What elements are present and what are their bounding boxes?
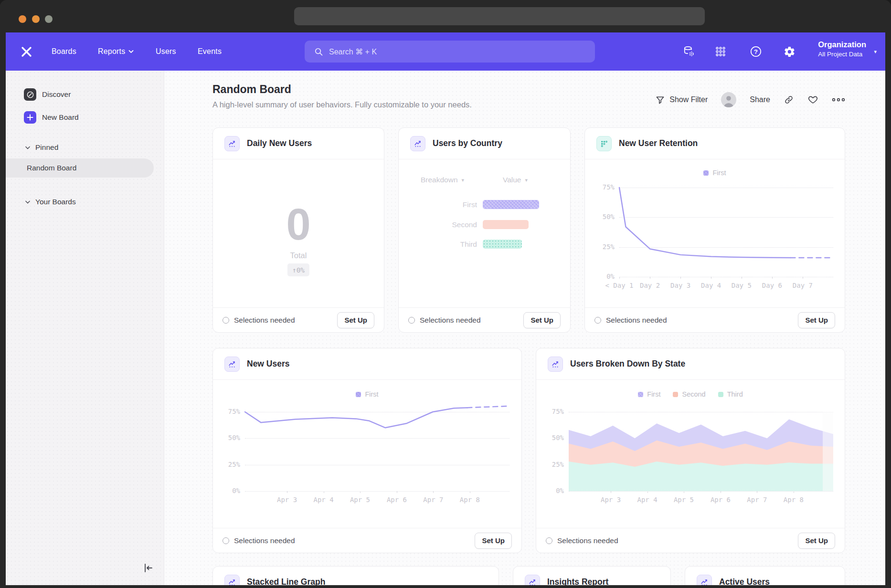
card-title: New User Retention [619, 138, 698, 148]
radio-circle-icon [546, 537, 552, 544]
sidebar-item-new-board[interactable]: New Board [6, 108, 164, 127]
set-up-button[interactable]: Set Up [337, 312, 374, 328]
sidebar-item-discover[interactable]: Discover [6, 85, 164, 104]
org-switcher[interactable]: Organization All Project Data [818, 39, 866, 58]
line-chart-icon [548, 357, 563, 372]
window-close-button[interactable] [19, 15, 26, 23]
nav-item-reports[interactable]: Reports [98, 32, 134, 71]
settings-gear-icon[interactable] [782, 44, 797, 59]
x-axis-tick-mark [680, 277, 681, 279]
nav-item-events[interactable]: Events [198, 32, 222, 71]
chevron-down-icon [128, 50, 134, 53]
plus-icon [24, 111, 36, 124]
country-bar [483, 200, 539, 209]
x-axis-tick-mark [324, 491, 324, 493]
card-daily-new-users: Daily New Users 0 Total ↑0% Selections n… [212, 127, 384, 333]
card-header: Users Broken Down By State [536, 348, 845, 380]
line-chart-svg [245, 412, 509, 491]
radio-circle-icon [223, 537, 229, 544]
svg-text:?: ? [754, 48, 758, 55]
metric-big-value: 0 [213, 202, 384, 246]
sidebar-item-random-board[interactable]: Random Board [6, 158, 154, 178]
status-label: Selections needed [557, 536, 618, 545]
plot: 75%50%25%0%< Day 1Day 2Day 3Day 4Day 5Da… [619, 188, 833, 277]
x-axis-tick-label: Apr 8 [448, 496, 491, 504]
y-axis-tick-label: 0% [537, 487, 564, 494]
bar-label: Third [399, 240, 477, 249]
chart-legend: FirstSecondThird [536, 390, 845, 398]
sidebar-section-your-boards[interactable]: Your Boards [25, 198, 76, 206]
help-icon[interactable]: ? [748, 44, 764, 59]
card-header: New User Retention [585, 128, 845, 159]
card-title: Insights Report [547, 577, 608, 585]
search-input[interactable]: Search ⌘ + K [305, 41, 595, 63]
set-up-button[interactable]: Set Up [798, 533, 835, 549]
browser-window: Boards Reports Users Events Search ⌘ + K [0, 0, 891, 588]
share-button[interactable]: Share [750, 95, 770, 104]
radio-circle-icon [594, 317, 601, 324]
legend-label: First [712, 169, 726, 177]
mixpanel-logo[interactable] [20, 32, 33, 71]
card-users-by-state: Users Broken Down By State FirstSecondTh… [536, 348, 845, 553]
app-viewport: Boards Reports Users Events Search ⌘ + K [6, 32, 885, 585]
address-bar[interactable] [294, 7, 705, 25]
sidebar-section-pinned[interactable]: Pinned [25, 143, 58, 152]
favorite-heart-icon[interactable] [807, 94, 818, 105]
nav-label: Reports [98, 47, 125, 56]
legend-swatch [638, 392, 643, 397]
gridline [619, 277, 833, 277]
card-title: Active Users [719, 577, 770, 585]
nav-item-boards[interactable]: Boards [52, 32, 76, 71]
avatar[interactable] [721, 92, 736, 107]
window-zoom-button[interactable] [45, 15, 53, 23]
incomplete-period-fade [823, 412, 833, 491]
value-dropdown[interactable]: Value▾ [503, 176, 528, 184]
more-options-icon[interactable] [832, 97, 845, 102]
nav-item-users[interactable]: Users [156, 32, 176, 71]
copy-link-icon[interactable] [784, 94, 794, 105]
chevron-down-icon [25, 146, 31, 150]
line-chart-icon [224, 357, 240, 372]
card-stacked-line-graph: Stacked Line Graph [212, 566, 499, 585]
apps-grid-icon[interactable] [713, 44, 728, 59]
x-axis-tick-mark [684, 491, 684, 493]
y-axis-tick-label: 25% [213, 461, 240, 468]
card-active-users: Active Users [685, 566, 845, 585]
sidebar: Discover New Board Pinned Random Board Y… [6, 71, 164, 585]
legend-item: Third [718, 390, 743, 398]
plot: 75%50%25%0%Apr 3Apr 4Apr 5Apr 6Apr 7Apr … [569, 412, 833, 491]
card-header: Insights Report [513, 567, 670, 585]
retention-grid-icon [596, 136, 612, 151]
search-icon [314, 47, 323, 56]
card-footer: Selections needed Set Up [213, 307, 384, 332]
y-axis-tick-label: 0% [588, 273, 615, 280]
data-management-icon[interactable] [681, 44, 697, 59]
selections-needed-status: Selections needed [546, 536, 618, 545]
x-axis-tick-mark [360, 491, 361, 493]
collapse-sidebar-icon[interactable] [139, 559, 157, 577]
nav-label: Users [156, 47, 176, 56]
x-axis-tick-mark [721, 491, 721, 493]
sidebar-label: New Board [42, 113, 79, 122]
x-axis-tick-mark [397, 491, 397, 493]
area-chart-svg [569, 412, 833, 491]
legend-swatch [356, 392, 361, 397]
y-axis-tick-label: 0% [213, 487, 240, 494]
x-axis-tick-mark [287, 491, 287, 493]
set-up-button[interactable]: Set Up [475, 533, 512, 549]
metric-label: Total [213, 251, 384, 260]
x-axis-tick-mark [711, 277, 711, 279]
set-up-button[interactable]: Set Up [523, 312, 561, 328]
card-header: New Users [213, 348, 521, 380]
chevron-down-icon [25, 200, 31, 204]
set-up-button[interactable]: Set Up [798, 312, 835, 328]
caret-down-icon: ▾ [462, 177, 465, 183]
filter-icon [655, 95, 665, 105]
show-filter-button[interactable]: Show Filter [655, 95, 708, 105]
breakdown-dropdown[interactable]: Breakdown▾ [421, 176, 464, 184]
search-placeholder: Search ⌘ + K [329, 47, 377, 56]
window-minimize-button[interactable] [32, 15, 40, 23]
top-navbar: Boards Reports Users Events Search ⌘ + K [6, 32, 885, 71]
legend-item: First [356, 390, 378, 398]
legend-swatch [673, 392, 678, 397]
